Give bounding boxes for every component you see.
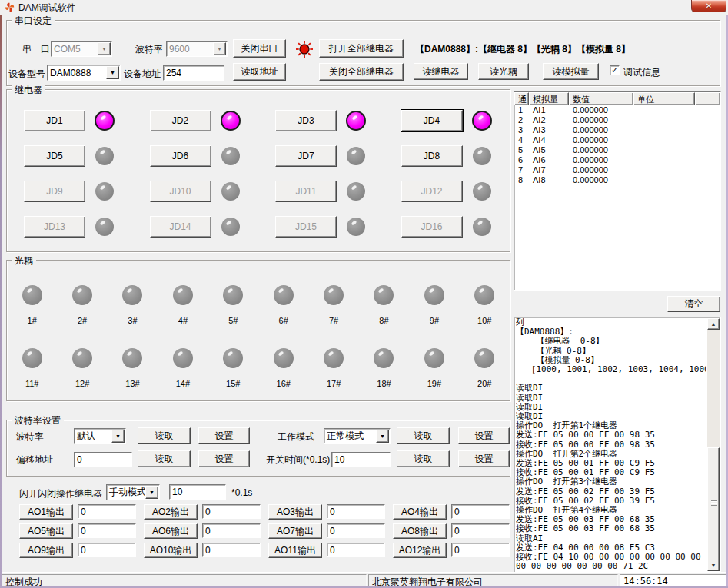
flash-time-input[interactable] — [169, 484, 226, 500]
relay-button[interactable]: JD2 — [150, 110, 211, 131]
device-model-select[interactable]: DAM0888 ▼ — [47, 65, 121, 81]
relay-button[interactable]: JD12 — [401, 181, 463, 202]
col-header-channel[interactable]: 通 — [514, 92, 529, 105]
col-header-value[interactable]: 数值 — [569, 92, 633, 105]
offset-set-button[interactable]: 设置 — [198, 450, 250, 467]
ao-output-button[interactable]: AO11输出 — [268, 543, 322, 558]
ao-output-input[interactable] — [327, 504, 385, 519]
scroll-down-button[interactable]: ▼ — [707, 560, 720, 571]
relay-button[interactable]: JD8 — [401, 145, 463, 167]
analog-table-body: 1 AI1 0.000000 2 AI2 0.000000 3 AI3 0.00… — [514, 105, 720, 185]
offset-address-input[interactable] — [74, 452, 132, 467]
switch-time-set-button[interactable]: 设置 — [458, 450, 510, 467]
ao-output-button[interactable]: AO2输出 — [144, 504, 198, 520]
relay-button[interactable]: JD14 — [150, 216, 211, 238]
ao-output-button[interactable]: AO12输出 — [393, 543, 447, 558]
table-row[interactable]: 8 AI8 0.000000 — [514, 175, 720, 185]
clear-log-button[interactable]: 清空 — [667, 296, 720, 312]
baud-select-arrow[interactable]: ▼ — [111, 430, 125, 443]
read-analog-button[interactable]: 读模拟量 — [543, 63, 599, 80]
ao-output-input[interactable] — [202, 523, 261, 538]
open-all-relays-button[interactable]: 打开全部继电器 — [319, 39, 404, 58]
ao-output-input[interactable] — [451, 504, 510, 519]
opto-led-indicator — [274, 285, 294, 305]
col-header-unit[interactable]: 单位 — [633, 92, 695, 105]
serial-open-indicator-icon — [296, 41, 313, 58]
baud-set-button[interactable]: 设置 — [198, 427, 250, 444]
ao-output-cell: AO10输出 — [138, 543, 263, 562]
log-scrollbar[interactable]: ▲ ▼ — [707, 318, 720, 571]
table-row[interactable]: 7 AI7 0.000000 — [514, 165, 720, 175]
relay-button[interactable]: JD15 — [275, 216, 337, 238]
close-button[interactable]: ✕ — [691, 0, 726, 12]
offset-read-button[interactable]: 读取 — [138, 450, 191, 467]
ao-output-button[interactable]: AO6输出 — [144, 523, 198, 539]
ao-output-button[interactable]: AO4输出 — [393, 504, 447, 520]
baudrate-select-arrow[interactable]: ▼ — [213, 42, 226, 55]
work-mode-select-arrow[interactable]: ▼ — [376, 430, 389, 443]
log-output[interactable]: 列 【DAM0888】: 【继电器 0-8】 【光耦 0-8】 【模拟量 0-8… — [516, 318, 706, 572]
table-row[interactable]: 2 AI2 0.000000 — [514, 115, 720, 125]
relay-button[interactable]: JD7 — [275, 145, 337, 167]
flash-mode-select[interactable]: 手动模式 ▼ — [106, 484, 160, 500]
relay-button[interactable]: JD6 — [150, 145, 211, 167]
table-row[interactable]: 6 AI6 0.000000 — [514, 155, 720, 165]
check-icon: ✓ — [611, 66, 618, 75]
scrollbar-thumb[interactable] — [707, 447, 720, 561]
scroll-up-button[interactable]: ▲ — [707, 318, 720, 330]
baudrate-select[interactable]: 9600 ▼ — [166, 41, 228, 57]
ao-output-input[interactable] — [202, 543, 261, 557]
port-select[interactable]: COM5 ▼ — [51, 41, 112, 57]
switch-time-read-button[interactable]: 读取 — [397, 450, 450, 467]
ao-output-input[interactable] — [451, 523, 510, 538]
table-row[interactable]: 1 AI1 0.000000 — [514, 105, 720, 115]
ao-output-input[interactable] — [451, 543, 510, 557]
read-relays-button[interactable]: 读继电器 — [414, 63, 468, 80]
close-all-relays-button[interactable]: 关闭全部继电器 — [319, 63, 404, 81]
table-row[interactable]: 3 AI3 0.000000 — [514, 125, 720, 135]
ao-output-input[interactable] — [78, 504, 136, 519]
table-row[interactable]: 4 AI4 0.000000 — [514, 135, 720, 145]
ao-output-button[interactable]: AO1输出 — [19, 504, 73, 520]
flash-mode-select-arrow[interactable]: ▼ — [145, 486, 158, 499]
read-address-button[interactable]: 读取地址 — [233, 63, 286, 81]
device-address-input[interactable] — [163, 65, 224, 81]
relay-button[interactable]: JD13 — [24, 216, 85, 238]
relay-button[interactable]: JD5 — [24, 145, 85, 167]
debug-info-checkbox[interactable]: ✓ — [610, 65, 620, 75]
baud-select[interactable]: 默认 ▼ — [74, 428, 126, 444]
relay-button[interactable]: JD16 — [401, 216, 463, 238]
baud-settings-group: 波特率设置 波特率 默认 ▼ 读取 设置 工作模式 正常模式 ▼ 读取 设置 偏… — [6, 420, 510, 477]
relay-button[interactable]: JD4 — [401, 110, 463, 131]
close-serial-button[interactable]: 关闭串口 — [233, 39, 286, 58]
ao-output-input[interactable] — [78, 543, 136, 557]
device-model-select-arrow[interactable]: ▼ — [106, 66, 119, 79]
baud-read-button[interactable]: 读取 — [138, 427, 191, 444]
titlebar[interactable]: DAM调试软件 ✕ — [0, 0, 728, 15]
ao-output-input[interactable] — [327, 543, 385, 557]
relay-button[interactable]: JD11 — [275, 181, 337, 202]
switch-time-input[interactable] — [331, 452, 391, 467]
device-address-label: 设备地址 — [124, 68, 161, 81]
ao-output-button[interactable]: AO3输出 — [268, 504, 322, 520]
ao-output-input[interactable] — [202, 504, 261, 519]
ao-output-button[interactable]: AO5输出 — [19, 523, 73, 539]
read-opto-button[interactable]: 读光耦 — [478, 63, 529, 80]
ao-output-button[interactable]: AO8输出 — [393, 523, 447, 539]
work-mode-select[interactable]: 正常模式 ▼ — [324, 428, 391, 444]
relay-button[interactable]: JD1 — [24, 110, 85, 131]
ao-output-button[interactable]: AO10输出 — [144, 543, 198, 558]
work-mode-set-button[interactable]: 设置 — [458, 427, 510, 444]
relay-button[interactable]: JD9 — [24, 181, 85, 202]
work-mode-read-button[interactable]: 读取 — [397, 427, 450, 444]
port-select-arrow[interactable]: ▼ — [98, 42, 111, 55]
ao-output-button[interactable]: AO7输出 — [268, 523, 322, 539]
ao-output-button[interactable]: AO9输出 — [19, 543, 73, 558]
relay-button[interactable]: JD3 — [275, 110, 337, 131]
relay-button[interactable]: JD10 — [150, 181, 211, 202]
ao-output-input[interactable] — [78, 523, 136, 538]
table-row[interactable]: 5 AI5 0.000000 — [514, 145, 720, 155]
col-header-analog[interactable]: 模拟量 — [529, 92, 569, 105]
ao-output-input[interactable] — [327, 523, 385, 538]
chevron-down-icon: ▼ — [380, 434, 385, 439]
